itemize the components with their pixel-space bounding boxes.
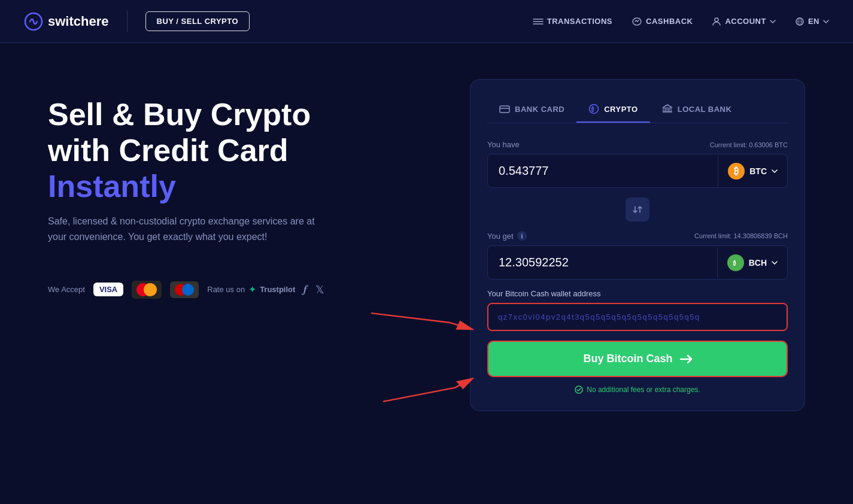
main-content: Sell & Buy Crypto with Credit Card Insta… [0, 43, 853, 435]
local-bank-icon [662, 104, 673, 114]
hero-instantly: Instantly [48, 169, 176, 204]
account-icon [712, 17, 721, 26]
buy-arrow-icon [680, 354, 692, 364]
svg-point-10 [730, 257, 741, 268]
svg-rect-8 [666, 108, 668, 112]
check-circle-icon [575, 385, 583, 394]
tab-bank-card[interactable]: BANK CARD [487, 98, 576, 122]
trustpilot-star-icon: ✦ [248, 284, 256, 295]
header-right: TRANSACTIONS CASHBACK ACCOUNT [533, 17, 829, 26]
wallet-address-label: Your Bitcoin Cash wallet address [487, 289, 788, 298]
transactions-icon [533, 17, 544, 26]
logo-text: switchere [48, 14, 109, 29]
you-have-input[interactable] [488, 154, 718, 187]
you-get-input-row: ₿ BCH [487, 245, 788, 280]
header: switchere BUY / SELL CRYPTO TRANSACTIONS… [0, 0, 853, 43]
cashback-icon [632, 17, 642, 26]
you-get-label-group: You get ℹ [487, 231, 527, 241]
svg-point-1 [715, 18, 718, 22]
mastercard-logo [132, 281, 162, 299]
from-currency-label: BTC [749, 166, 767, 176]
buy-bitcoin-cash-button[interactable]: Buy Bitcoin Cash [488, 342, 787, 376]
lang-chevron-icon [823, 20, 829, 23]
nav-account[interactable]: ACCOUNT [712, 17, 776, 26]
you-get-input[interactable] [488, 246, 717, 279]
no-fees-text: No additional fees or extra charges. [587, 385, 700, 394]
tab-crypto[interactable]: ₿ CRYPTO [576, 96, 649, 123]
nav-transactions[interactable]: TRANSACTIONS [533, 17, 612, 26]
trustpilot-label: Trustpilot [260, 285, 295, 294]
crypto-icon: ₿ [588, 104, 599, 114]
to-currency-chevron [772, 261, 778, 265]
twitter-icon[interactable]: 𝕏 [315, 283, 324, 296]
bch-currency-icon: ₿ [727, 254, 744, 271]
to-currency-label: BCH [749, 258, 767, 268]
you-have-label: You have [487, 140, 520, 149]
swap-button[interactable] [626, 198, 649, 221]
svg-text:₿: ₿ [591, 106, 594, 113]
you-have-row: You have Current limit: 0.63006 BTC [487, 140, 788, 149]
facebook-icon[interactable]: 𝒇 [303, 283, 307, 296]
no-fees-notice: No additional fees or extra charges. [487, 385, 788, 394]
hero-section: Sell & Buy Crypto with Credit Card Insta… [48, 79, 434, 299]
bank-card-icon [499, 105, 510, 113]
nav-cashback[interactable]: CASHBACK [632, 17, 693, 26]
header-left: switchere BUY / SELL CRYPTO [24, 11, 250, 32]
from-currency-selector[interactable]: ₿ BTC [718, 156, 787, 187]
trustpilot-rating: Rate us on ✦ Trustpilot [207, 284, 295, 295]
hero-title: Sell & Buy Crypto with Credit Card Insta… [48, 97, 434, 204]
svg-rect-9 [669, 108, 671, 112]
globe-icon [795, 17, 805, 26]
buy-sell-button[interactable]: BUY / SELL CRYPTO [145, 11, 250, 31]
nav-language[interactable]: EN [795, 17, 829, 26]
we-accept-label: We Accept [48, 285, 85, 294]
header-divider [127, 11, 128, 32]
payment-methods: We Accept VISA Rate us on ✦ Trustpilot 𝒇… [48, 281, 434, 299]
from-currency-chevron [772, 169, 778, 173]
buy-button-wrap: Buy Bitcoin Cash [487, 341, 788, 377]
logo[interactable]: switchere [24, 12, 109, 31]
you-get-info-icon[interactable]: ℹ [517, 231, 527, 241]
swap-row [487, 198, 788, 221]
btc-limit: Current limit: 0.63006 BTC [710, 141, 788, 148]
chevron-down-icon [770, 20, 776, 23]
exchange-widget: BANK CARD ₿ CRYPTO LOCAL BANK [470, 79, 805, 411]
hero-subtitle: Safe, licensed & non-custodial crypto ex… [48, 214, 335, 244]
swap-icon [632, 204, 643, 215]
tab-local-bank[interactable]: LOCAL BANK [650, 97, 744, 122]
bch-limit: Current limit: 14.30806839 BCH [694, 232, 788, 239]
maestro-logo [170, 281, 199, 298]
svg-rect-4 [500, 106, 509, 113]
payment-tabs: BANK CARD ₿ CRYPTO LOCAL BANK [487, 96, 788, 123]
visa-logo: VISA [93, 283, 123, 296]
wallet-address-input[interactable] [488, 304, 787, 330]
you-have-input-row: ₿ BTC [487, 154, 788, 188]
btc-currency-icon: ₿ [728, 163, 745, 180]
wallet-input-wrap [487, 303, 788, 331]
you-get-row: You get ℹ Current limit: 14.30806839 BCH [487, 231, 788, 241]
svg-rect-7 [663, 108, 665, 112]
to-currency-selector[interactable]: ₿ BCH [717, 247, 787, 278]
